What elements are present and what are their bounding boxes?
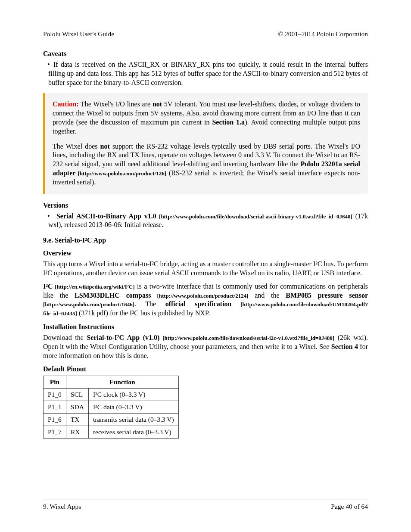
bmp-url[interactable]: [http://www.pololu.com/product/1646] [43,301,134,308]
install-section-ref: Section 4 [331,343,358,350]
bmp-link[interactable]: BMP085 pressure sensor [286,292,368,299]
header-left: Pololu Wixel User's Guide [43,30,114,38]
pinout-heading: Default Pinout [43,365,368,373]
callout-p1-not: not [153,100,162,108]
cell-sig: SCL [66,389,88,401]
overview-p2: I²C [http://en.wikipedia.org/wiki/I²C] i… [43,282,368,318]
versions-heading: Versions [43,202,368,209]
cell-pin: P1_6 [44,414,66,426]
caveats-bullet: If data is received on the ASCII_RX or B… [43,60,368,87]
p2-b: and the [249,292,286,299]
page: Pololu Wixel User's Guide © 2001–2014 Po… [0,0,411,532]
p2-d: (371k pdf) for the I²C bus is published … [77,309,210,317]
cell-pin: P1_0 [44,389,66,401]
i2c-url[interactable]: [http://en.wikipedia.org/wiki/I²C] [53,283,135,290]
table-row: P1_1 SDA I²C data (0–3.3 V) [44,401,179,414]
footer-left: 9. Wixel Apps [43,503,81,510]
table-row: P1_7 RX receives serial data (0–3.3 V) [44,426,179,439]
table-row: P1_6 TX transmits serial data (0–3.3 V) [44,414,179,426]
spec-link[interactable]: official specification [165,300,232,308]
th-pin: Pin [44,376,66,389]
th-function: Function [66,376,178,389]
cell-desc: I²C data (0–3.3 V) [88,401,178,414]
lsm-url[interactable]: [http://www.pololu.com/product/2124] [151,292,248,299]
footer-right: Page 40 of 64 [331,503,368,510]
callout-p2-not: not [100,143,110,150]
table-row: P1_0 SCL I²C clock (0–3.3 V) [44,389,179,401]
versions-link[interactable]: Serial ASCII-to-Binary App v1.0 [56,212,156,220]
callout-p2-a: The Wixel does [53,143,100,150]
p2-c: . The [134,300,165,308]
caveats-heading: Caveats [43,50,368,58]
page-footer: 9. Wixel Apps Page 40 of 64 [43,500,368,510]
callout-p1: Caution: The Wixel's I/O lines are not 5… [53,100,360,136]
install-link[interactable]: Serial-to-I²C App (v1.0) [87,334,159,341]
callout-p2: The Wixel does not support the RS-232 vo… [53,142,360,187]
i2c-link[interactable]: I²C [43,283,53,290]
cell-sig: RX [66,426,88,439]
lsm-link[interactable]: LSM303DLHC compass [75,292,151,299]
versions-item: Serial ASCII-to-Binary App v1.0 [http://… [43,212,368,230]
caution-callout: Caution: The Wixel's I/O lines are not 5… [43,93,368,193]
callout-section-ref: Section 1.a [212,118,245,126]
cell-desc: receives serial data (0–3.3 V) [88,426,178,439]
footer-rule [43,500,368,500]
pinout-table: Pin Function P1_0 SCL I²C clock (0–3.3 V… [43,376,179,439]
cell-desc: transmits serial data (0–3.3 V) [88,414,178,426]
table-header-row: Pin Function [44,376,179,389]
caution-label: Caution: [53,100,78,108]
callout-p1-a: The Wixel's I/O lines are [78,100,152,108]
sec-9e-heading: 9.e. Serial-to-I²C App [43,236,368,244]
cell-pin: P1_7 [44,426,66,439]
page-header: Pololu Wixel User's Guide © 2001–2014 Po… [43,30,368,38]
serial-adapter-url[interactable]: [http://www.pololu.com/product/126] [75,170,166,177]
cell-desc: I²C clock (0–3.3 V) [88,389,178,401]
install-para: Download the Serial-to-I²C App (v1.0) [h… [43,333,368,360]
overview-p1: This app turns a Wixel into a serial-to-… [43,260,368,278]
versions-url[interactable]: [http://www.pololu.com/file/download/ser… [156,213,352,220]
install-a: Download the [43,334,87,341]
cell-pin: P1_1 [44,401,66,414]
overview-heading: Overview [43,249,368,257]
install-heading: Installation Instructions [43,323,368,331]
install-url[interactable]: [http://www.pololu.com/file/download/ser… [159,335,334,341]
cell-sig: SDA [66,401,88,414]
cell-sig: TX [66,414,88,426]
header-right: © 2001–2014 Pololu Corporation [278,30,368,38]
